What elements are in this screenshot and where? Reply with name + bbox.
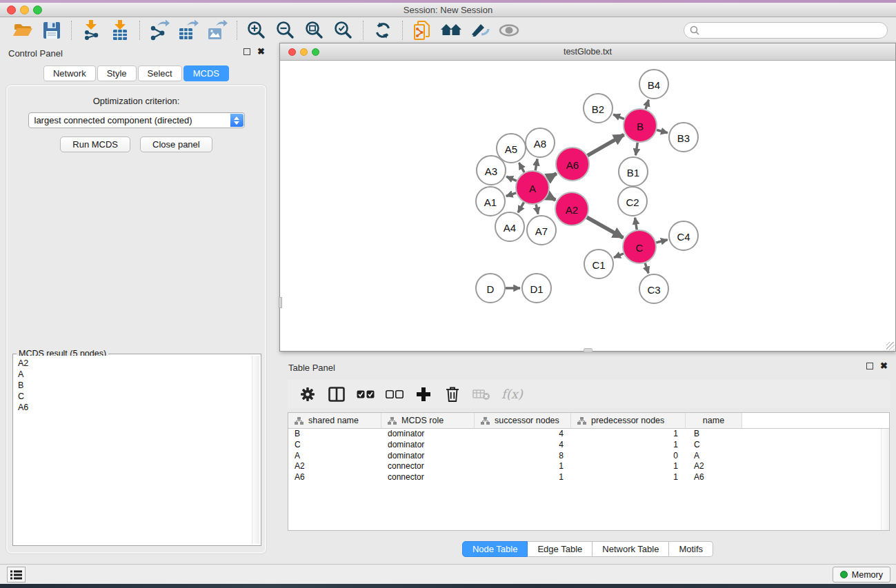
edge-B-B4[interactable] xyxy=(646,100,649,110)
task-history-button[interactable] xyxy=(7,567,26,582)
search-input[interactable] xyxy=(704,26,882,35)
column-header-predecessor-nodes[interactable]: predecessor nodes xyxy=(571,413,686,429)
table-scrollbar[interactable] xyxy=(881,429,889,530)
deselect-all-icon[interactable] xyxy=(384,385,405,403)
cell[interactable]: dominator xyxy=(381,451,475,462)
edge-A-A2[interactable] xyxy=(548,196,555,200)
cell[interactable]: 0 xyxy=(571,451,686,462)
cell[interactable]: 1 xyxy=(571,472,686,483)
search-field[interactable] xyxy=(684,22,888,39)
cell[interactable]: B xyxy=(686,429,742,440)
zoom-fit-icon[interactable] xyxy=(300,19,329,42)
add-column-icon[interactable] xyxy=(413,385,434,403)
export-table-icon[interactable] xyxy=(174,19,203,42)
network-canvas[interactable]: B4B2BB3A5A8A6A3B1AA1C2A2A4A7C4CC1C3DD1 xyxy=(280,61,895,351)
window-resize-grip[interactable] xyxy=(886,342,895,350)
cell[interactable]: 4 xyxy=(475,429,571,440)
tab-node-table[interactable]: Node Table xyxy=(462,541,528,557)
table-row[interactable]: Cdominator41C xyxy=(288,440,889,451)
edge-B-B3[interactable] xyxy=(657,130,668,133)
tab-style[interactable]: Style xyxy=(97,65,137,81)
cell[interactable]: 1 xyxy=(571,440,686,451)
cell[interactable]: connector xyxy=(381,472,475,483)
cell[interactable]: 1 xyxy=(475,472,571,483)
run-mcds-button[interactable]: Run MCDS xyxy=(60,136,130,152)
tab-edge-table[interactable]: Edge Table xyxy=(528,541,593,557)
cell[interactable]: C xyxy=(686,440,742,451)
edge-B-B2[interactable] xyxy=(613,114,624,119)
close-table-panel-icon[interactable]: ✖ xyxy=(880,363,888,369)
tab-network[interactable]: Network xyxy=(43,65,96,81)
cell[interactable]: connector xyxy=(381,461,475,472)
table-row[interactable]: A2connector11A2 xyxy=(288,461,889,472)
cell[interactable]: A2 xyxy=(288,461,381,472)
export-network-icon[interactable] xyxy=(145,19,174,42)
import-table-icon[interactable] xyxy=(106,19,135,42)
edge-A-A3[interactable] xyxy=(506,176,517,181)
close-panel-button[interactable]: Close panel xyxy=(140,136,212,152)
edge-A-A7[interactable] xyxy=(536,204,538,214)
mcds-result-list[interactable]: A2ABCA6 xyxy=(14,356,259,544)
edge-A-A1[interactable] xyxy=(506,193,516,196)
cell[interactable]: C xyxy=(288,440,381,451)
columns-icon[interactable] xyxy=(326,385,347,403)
edge-A-A5[interactable] xyxy=(519,163,524,172)
mcds-result-item[interactable]: B xyxy=(18,380,259,391)
export-image-icon[interactable] xyxy=(203,19,232,42)
cell[interactable]: A6 xyxy=(288,472,381,483)
edge-C-C3[interactable] xyxy=(645,263,648,274)
tab-network-table[interactable]: Network Table xyxy=(593,541,669,557)
zoom-out-icon[interactable] xyxy=(271,19,300,42)
open-session-icon[interactable] xyxy=(8,19,37,42)
cell[interactable]: B xyxy=(288,429,381,440)
cell[interactable]: dominator xyxy=(381,440,475,451)
column-header-shared-name[interactable]: shared name xyxy=(288,413,381,429)
import-network-icon[interactable] xyxy=(77,19,106,42)
cell[interactable]: 1 xyxy=(571,461,686,472)
memory-button[interactable]: Memory xyxy=(833,567,890,582)
edge-A-A6[interactable] xyxy=(548,174,557,179)
save-session-icon[interactable] xyxy=(37,19,66,42)
hide-selected-icon[interactable] xyxy=(466,19,495,42)
edge-A-A8[interactable] xyxy=(535,159,537,171)
mcds-result-item[interactable]: C xyxy=(18,391,259,402)
clone-network-icon[interactable] xyxy=(408,19,437,42)
column-header-MCDS-role[interactable]: MCDS role xyxy=(381,413,475,429)
column-header-name[interactable]: name xyxy=(686,413,742,429)
optimization-criterion-select[interactable]: largest connected component (directed) xyxy=(28,112,245,128)
cell[interactable]: A xyxy=(288,451,381,462)
zoom-in-icon[interactable] xyxy=(242,19,271,42)
table-row[interactable]: Adominator80A xyxy=(288,451,889,462)
splitter-handle-left[interactable] xyxy=(279,297,282,308)
edge-A6-B[interactable] xyxy=(588,134,624,155)
table-row[interactable]: Bdominator41B xyxy=(288,429,889,440)
edge-C-C4[interactable] xyxy=(656,240,667,243)
network-window-titlebar[interactable]: testGlobe.txt xyxy=(280,43,895,61)
select-all-icon[interactable] xyxy=(355,385,376,403)
edge-A-A4[interactable] xyxy=(518,203,524,213)
float-panel-icon[interactable] xyxy=(243,48,250,55)
function-builder-icon[interactable]: f(x) xyxy=(501,387,523,401)
cell[interactable]: 4 xyxy=(475,440,571,451)
cell[interactable]: A xyxy=(686,451,742,462)
cell[interactable]: dominator xyxy=(381,429,475,440)
float-table-panel-icon[interactable] xyxy=(866,363,873,369)
edge-C-C1[interactable] xyxy=(614,254,624,258)
cell[interactable]: 1 xyxy=(571,429,686,440)
edge-B-B1[interactable] xyxy=(636,143,638,156)
splitter-handle-bottom[interactable] xyxy=(584,348,593,352)
first-neighbors-icon[interactable] xyxy=(437,19,466,42)
mcds-result-item[interactable]: A xyxy=(18,369,259,380)
cell[interactable]: A2 xyxy=(686,461,742,472)
table-row[interactable]: A6connector11A6 xyxy=(288,472,889,483)
close-panel-icon[interactable]: ✖ xyxy=(257,48,265,55)
network-graph[interactable]: B4B2BB3A5A8A6A3B1AA1C2A2A4A7C4CC1C3DD1 xyxy=(280,61,895,351)
column-header-successor-nodes[interactable]: successor nodes xyxy=(475,413,571,429)
cell[interactable]: 1 xyxy=(475,461,571,472)
result-scrollbar[interactable] xyxy=(252,356,259,544)
tab-motifs[interactable]: Motifs xyxy=(669,541,713,557)
edge-C-C2[interactable] xyxy=(635,218,637,230)
mcds-result-item[interactable]: A2 xyxy=(18,358,259,369)
delete-table-icon[interactable] xyxy=(471,385,492,403)
tab-mcds[interactable]: MCDS xyxy=(183,65,229,81)
